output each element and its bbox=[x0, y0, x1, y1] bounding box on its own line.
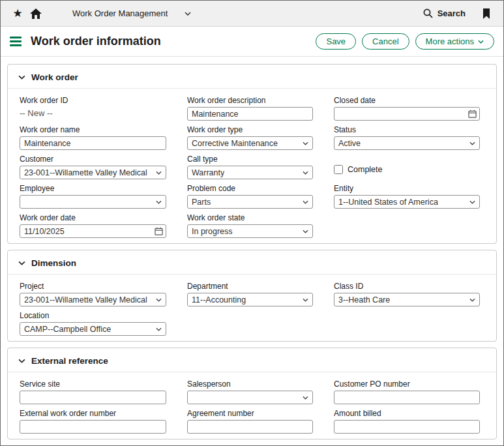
bookmark-icon[interactable] bbox=[477, 5, 496, 23]
closed-date-input[interactable] bbox=[334, 107, 480, 121]
field-problem-code: Problem code Parts bbox=[187, 177, 313, 206]
field-work-order-description: Work order description bbox=[187, 89, 313, 118]
work-order-date-input[interactable] bbox=[20, 224, 166, 238]
field-service-site: Service site bbox=[20, 372, 166, 402]
service-site-input[interactable] bbox=[20, 391, 166, 404]
section-external-reference-header[interactable]: External reference bbox=[8, 348, 496, 372]
field-external-work-order-number: External work order number bbox=[20, 402, 166, 431]
page-header: Work order information Save Cancel More … bbox=[1, 27, 503, 57]
collapse-chevron-icon bbox=[18, 75, 25, 80]
field-status: Status Active bbox=[334, 118, 480, 147]
collapse-chevron-icon bbox=[18, 261, 25, 265]
field-department: Department 11--Accounting bbox=[187, 275, 313, 304]
calendar-icon[interactable] bbox=[468, 110, 477, 118]
section-title: Dimension bbox=[31, 258, 76, 268]
entity-select[interactable]: 1--United States of America bbox=[334, 195, 480, 209]
field-work-order-type: Work order type Corrective Maintenance bbox=[187, 118, 313, 147]
section-title: Work order bbox=[31, 72, 78, 82]
work-order-name-input[interactable] bbox=[20, 136, 166, 150]
field-class-id: Class ID 3--Heath Care bbox=[334, 275, 480, 304]
page-title: Work order information bbox=[31, 35, 161, 48]
chevron-down-icon bbox=[469, 200, 475, 204]
chevron-down-icon bbox=[303, 396, 308, 400]
work-order-id-value: -- New -- bbox=[20, 108, 166, 118]
collapse-chevron-icon bbox=[18, 359, 25, 363]
section-external-reference: External reference Service site External… bbox=[7, 348, 497, 439]
topbar-right: Search bbox=[423, 5, 496, 23]
search-button[interactable]: Search bbox=[423, 8, 466, 18]
chevron-down-icon bbox=[156, 298, 162, 302]
section-title: External reference bbox=[31, 356, 108, 366]
home-icon[interactable] bbox=[27, 5, 45, 23]
amount-billed-input[interactable] bbox=[334, 420, 480, 434]
external-work-order-number-input[interactable] bbox=[20, 420, 166, 434]
location-select[interactable]: CAMP--Campbell Office bbox=[20, 322, 166, 336]
class-id-select[interactable]: 3--Heath Care bbox=[334, 293, 480, 306]
chevron-down-icon bbox=[469, 298, 475, 302]
field-closed-date: Closed date bbox=[334, 89, 480, 118]
more-actions-button[interactable]: More actions bbox=[415, 33, 494, 50]
agreement-number-input[interactable] bbox=[187, 420, 313, 434]
section-work-order: Work order Work order ID -- New -- Work … bbox=[7, 64, 497, 244]
work-order-state-select[interactable]: In progress bbox=[187, 224, 313, 238]
section-work-order-header[interactable]: Work order bbox=[8, 65, 496, 89]
field-employee: Employee bbox=[20, 177, 166, 206]
chevron-down-icon bbox=[303, 171, 308, 175]
chevron-down-icon bbox=[156, 327, 162, 331]
work-order-description-input[interactable] bbox=[187, 107, 313, 121]
chevron-down-icon bbox=[156, 171, 162, 175]
save-button[interactable]: Save bbox=[316, 33, 356, 50]
form-content: Work order Work order ID -- New -- Work … bbox=[1, 57, 503, 446]
section-dimension: Dimension Project 23-001--Willamette Val… bbox=[7, 250, 497, 342]
chevron-down-icon bbox=[478, 40, 484, 44]
field-entity: Entity 1--United States of America bbox=[334, 177, 480, 206]
complete-checkbox[interactable] bbox=[334, 165, 343, 174]
search-icon bbox=[423, 8, 433, 18]
field-work-order-id: Work order ID -- New -- bbox=[20, 89, 166, 118]
section-external-reference-body: Service site External work order number … bbox=[8, 372, 496, 439]
department-select[interactable]: 11--Accounting bbox=[187, 293, 313, 306]
calendar-icon[interactable] bbox=[155, 227, 163, 235]
chevron-down-icon bbox=[185, 12, 191, 16]
module-switcher[interactable]: Work Order Management bbox=[72, 8, 191, 18]
field-customer-po-number: Customer PO number bbox=[334, 372, 480, 402]
header-actions: Save Cancel More actions bbox=[316, 33, 494, 50]
chevron-down-icon bbox=[303, 200, 308, 204]
section-dimension-header[interactable]: Dimension bbox=[8, 250, 496, 275]
top-bar: ★ Work Order Management Search bbox=[1, 1, 503, 27]
chevron-down-icon bbox=[156, 200, 162, 204]
section-work-order-body: Work order ID -- New -- Work order name … bbox=[8, 89, 496, 243]
customer-po-number-input[interactable] bbox=[334, 391, 480, 404]
chevron-down-icon bbox=[303, 298, 308, 302]
app-window: ★ Work Order Management Search Work orde… bbox=[0, 0, 504, 446]
chevron-down-icon bbox=[303, 141, 308, 145]
cancel-button[interactable]: Cancel bbox=[362, 33, 409, 50]
field-complete: Complete bbox=[334, 147, 480, 177]
field-work-order-state: Work order state In progress bbox=[187, 206, 313, 235]
field-project: Project 23-001--Willamette Valley Medica… bbox=[20, 275, 166, 304]
favorites-star-icon[interactable]: ★ bbox=[8, 5, 27, 23]
record-list-icon[interactable] bbox=[10, 37, 22, 46]
field-amount-billed: Amount billed bbox=[334, 402, 480, 431]
module-name: Work Order Management bbox=[72, 8, 168, 18]
chevron-down-icon bbox=[469, 141, 475, 145]
field-customer: Customer 23-001--Willamette Valley Medic… bbox=[20, 147, 166, 177]
field-agreement-number: Agreement number bbox=[187, 402, 313, 431]
chevron-down-icon bbox=[303, 230, 308, 233]
field-location: Location CAMP--Campbell Office bbox=[20, 304, 166, 333]
field-salesperson: Salesperson bbox=[187, 372, 313, 402]
section-dimension-body: Project 23-001--Willamette Valley Medica… bbox=[8, 275, 496, 341]
field-work-order-date: Work order date bbox=[20, 206, 166, 235]
search-label: Search bbox=[437, 8, 466, 18]
field-call-type: Call type Warranty bbox=[187, 147, 313, 177]
field-work-order-name: Work order name bbox=[20, 118, 166, 147]
